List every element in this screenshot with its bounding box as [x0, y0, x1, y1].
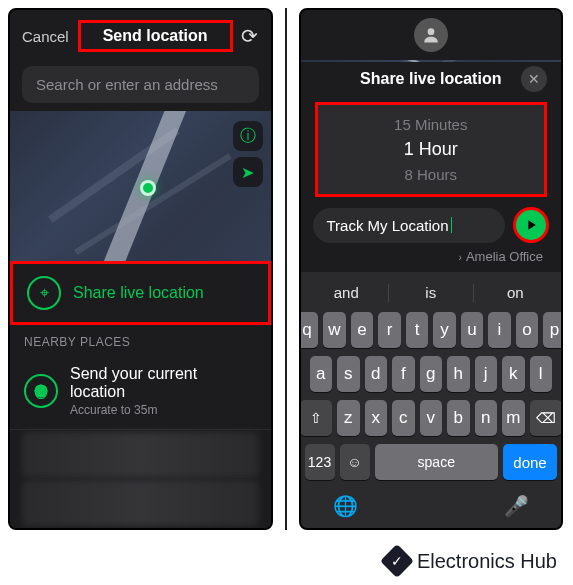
- key-x[interactable]: x: [365, 400, 388, 436]
- caption-input[interactable]: Track My Location: [313, 208, 506, 243]
- key-n[interactable]: n: [475, 400, 498, 436]
- key-q[interactable]: q: [299, 312, 319, 348]
- key-r[interactable]: r: [378, 312, 401, 348]
- chat-header: [301, 10, 562, 60]
- key-u[interactable]: u: [461, 312, 484, 348]
- recipient-label[interactable]: ›Amelia Office: [301, 247, 562, 272]
- key-s[interactable]: s: [337, 356, 360, 392]
- send-button[interactable]: [513, 207, 549, 243]
- mic-icon[interactable]: 🎤: [504, 494, 529, 518]
- key-t[interactable]: t: [406, 312, 429, 348]
- suggestion-bar: and is on: [305, 278, 558, 312]
- key-v[interactable]: v: [420, 400, 443, 436]
- duration-option-8h[interactable]: 8 Hours: [318, 163, 545, 186]
- send-current-location-button[interactable]: ◎ Send your current location Accurate to…: [10, 353, 271, 430]
- key-o[interactable]: o: [516, 312, 539, 348]
- key-i[interactable]: i: [488, 312, 511, 348]
- suggestion[interactable]: on: [474, 284, 558, 302]
- svg-point-0: [427, 28, 434, 35]
- caption-text: Track My Location: [327, 217, 449, 234]
- bottom-panel: ⌖ Share live location NEARBY PLACES ◎ Se…: [10, 261, 271, 528]
- refresh-icon[interactable]: ⟳: [241, 24, 258, 48]
- map-preview[interactable]: ⓘ ➤: [301, 60, 562, 62]
- key-k[interactable]: k: [502, 356, 525, 392]
- nearby-place-blurred[interactable]: [22, 432, 259, 478]
- key-shift[interactable]: ⇧: [300, 400, 332, 436]
- watermark-text: Electronics Hub: [417, 550, 557, 573]
- suggestion[interactable]: and: [305, 284, 389, 302]
- key-backspace[interactable]: ⌫: [530, 400, 562, 436]
- phone-right-share-live: ⓘ ➤ Share live location ✕ 15 Minutes 1 H…: [299, 8, 564, 530]
- share-live-location-button[interactable]: ⌖ Share live location: [10, 261, 271, 325]
- key-p[interactable]: p: [543, 312, 563, 348]
- key-a[interactable]: a: [310, 356, 333, 392]
- key-z[interactable]: z: [337, 400, 360, 436]
- location-pin-icon: [140, 180, 156, 196]
- key-done[interactable]: done: [503, 444, 557, 480]
- info-icon[interactable]: ⓘ: [233, 121, 263, 151]
- target-icon: ◎: [24, 374, 58, 408]
- nearby-places-header: NEARBY PLACES: [10, 325, 271, 353]
- cancel-button[interactable]: Cancel: [22, 28, 69, 45]
- key-b[interactable]: b: [447, 400, 470, 436]
- nearby-place-blurred[interactable]: [22, 480, 259, 526]
- key-e[interactable]: e: [351, 312, 374, 348]
- map-area[interactable]: ⓘ ➤: [10, 111, 271, 261]
- shield-icon: ✓: [380, 544, 414, 578]
- duration-option-1h[interactable]: 1 Hour: [318, 136, 545, 163]
- broadcast-icon: ⌖: [27, 276, 61, 310]
- key-y[interactable]: y: [433, 312, 456, 348]
- search-input[interactable]: Search or enter an address: [22, 66, 259, 103]
- current-location-label: Send your current location: [70, 365, 257, 401]
- watermark: ✓ Electronics Hub: [385, 549, 557, 573]
- share-live-sheet: Share live location ✕ 15 Minutes 1 Hour …: [301, 58, 562, 272]
- globe-icon[interactable]: 🌐: [333, 494, 358, 518]
- keyboard: and is on q w e r t y u i o p a s d f: [301, 272, 562, 528]
- screen-title: Send location: [78, 20, 233, 52]
- key-c[interactable]: c: [392, 400, 415, 436]
- key-space[interactable]: space: [375, 444, 499, 480]
- duration-picker[interactable]: 15 Minutes 1 Hour 8 Hours: [315, 102, 548, 197]
- key-l[interactable]: l: [530, 356, 553, 392]
- key-emoji[interactable]: ☺: [340, 444, 370, 480]
- key-j[interactable]: j: [475, 356, 498, 392]
- key-numbers[interactable]: 123: [305, 444, 335, 480]
- key-g[interactable]: g: [420, 356, 443, 392]
- key-f[interactable]: f: [392, 356, 415, 392]
- avatar[interactable]: [414, 18, 448, 52]
- current-location-accuracy: Accurate to 35m: [70, 403, 257, 417]
- key-h[interactable]: h: [447, 356, 470, 392]
- key-d[interactable]: d: [365, 356, 388, 392]
- share-live-label: Share live location: [73, 284, 204, 302]
- phone-left-send-location: Cancel Send location ⟳ Search or enter a…: [8, 8, 273, 530]
- recenter-icon[interactable]: ➤: [233, 157, 263, 187]
- close-icon[interactable]: ✕: [521, 66, 547, 92]
- topbar: Cancel Send location ⟳: [10, 10, 271, 62]
- key-w[interactable]: w: [323, 312, 346, 348]
- sheet-title: Share live location: [360, 70, 501, 88]
- suggestion[interactable]: is: [389, 284, 473, 302]
- duration-option-15m[interactable]: 15 Minutes: [318, 113, 545, 136]
- key-m[interactable]: m: [502, 400, 525, 436]
